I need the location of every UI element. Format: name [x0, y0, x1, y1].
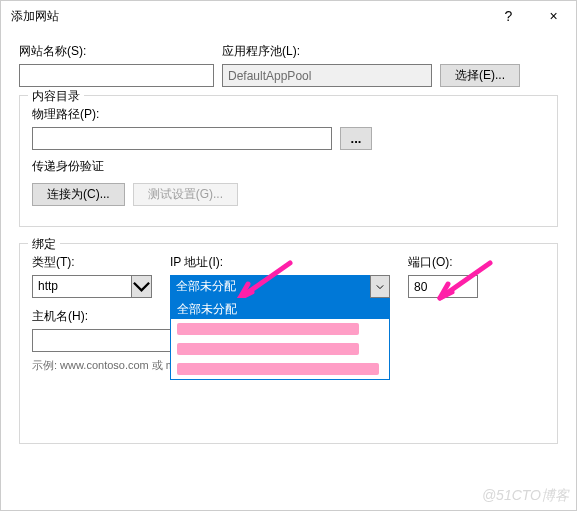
ip-address-combo[interactable]: 全部未分配 全部未分配 — [170, 275, 390, 298]
browse-path-button[interactable]: ... — [340, 127, 372, 150]
binding-fieldset: 绑定 类型(T): http IP 地址(I): 全部未分配 — [19, 243, 558, 444]
type-label: 类型(T): — [32, 254, 152, 271]
titlebar: 添加网站 ? × — [1, 1, 576, 31]
chevron-down-icon[interactable] — [370, 275, 390, 298]
dialog-title: 添加网站 — [11, 8, 486, 25]
ip-address-dropdown: 全部未分配 — [170, 298, 390, 380]
ip-address-label: IP 地址(I): — [170, 254, 390, 271]
close-button[interactable]: × — [531, 1, 576, 31]
ip-option[interactable]: 全部未分配 — [171, 299, 389, 319]
physical-path-input[interactable] — [32, 127, 332, 150]
hostname-input[interactable] — [32, 329, 172, 352]
ip-option[interactable] — [171, 359, 389, 379]
hostname-label: 主机名(H): — [32, 309, 88, 323]
help-button[interactable]: ? — [486, 1, 531, 31]
content-dir-fieldset: 内容目录 物理路径(P): ... 传递身份验证 连接为(C)... 测试设置(… — [19, 95, 558, 227]
site-name-label: 网站名称(S): — [19, 43, 214, 60]
app-pool-label: 应用程序池(L): — [222, 43, 432, 60]
ip-option[interactable] — [171, 319, 389, 339]
port-input[interactable] — [408, 275, 478, 298]
select-pool-button[interactable]: 选择(E)... — [440, 64, 520, 87]
content-dir-legend: 内容目录 — [28, 88, 84, 105]
binding-legend: 绑定 — [28, 236, 60, 253]
ip-option[interactable] — [171, 339, 389, 359]
type-value: http — [32, 275, 132, 298]
pass-through-auth-label: 传递身份验证 — [32, 158, 545, 175]
type-select[interactable]: http — [32, 275, 152, 298]
port-label: 端口(O): — [408, 254, 478, 271]
ip-address-value: 全部未分配 — [170, 275, 390, 298]
app-pool-input[interactable] — [222, 64, 432, 87]
add-website-dialog: 添加网站 ? × 网站名称(S): 应用程序池(L): 选择(E)... 内容目… — [0, 0, 577, 511]
test-settings-button: 测试设置(G)... — [133, 183, 238, 206]
site-name-input[interactable] — [19, 64, 214, 87]
physical-path-label: 物理路径(P): — [32, 107, 99, 121]
connect-as-button[interactable]: 连接为(C)... — [32, 183, 125, 206]
dialog-content: 网站名称(S): 应用程序池(L): 选择(E)... 内容目录 物理路径(P)… — [1, 31, 576, 444]
watermark: @51CTO博客 — [482, 487, 569, 505]
chevron-down-icon — [132, 275, 152, 298]
